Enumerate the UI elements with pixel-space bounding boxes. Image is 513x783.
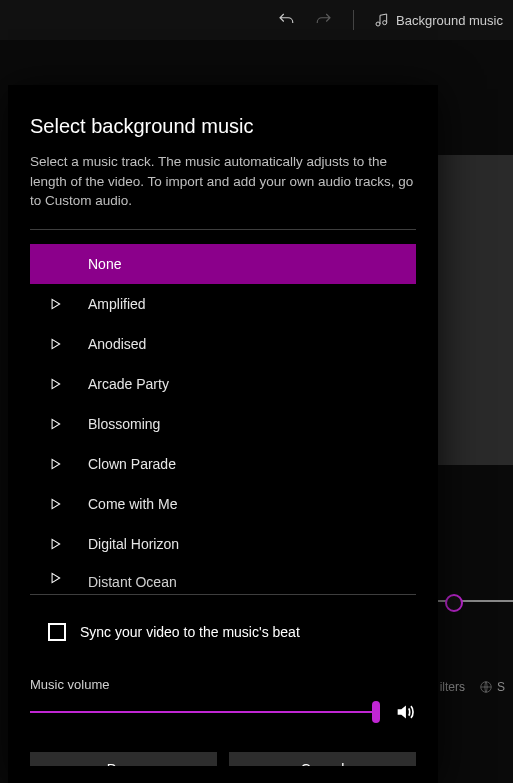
track-list[interactable]: NoneAmplifiedAnodisedArcade PartyBlossom… bbox=[30, 244, 416, 594]
sync-row[interactable]: Sync your video to the music's beat bbox=[48, 623, 416, 641]
filters-button-partial[interactable]: ilters bbox=[440, 680, 465, 694]
done-button[interactable]: Done bbox=[30, 752, 217, 766]
undo-icon bbox=[277, 11, 295, 29]
redo-icon bbox=[315, 11, 333, 29]
track-name: None bbox=[88, 256, 121, 272]
track-item[interactable]: Arcade Party bbox=[30, 364, 416, 404]
app-toolbar: Background music bbox=[0, 0, 513, 40]
play-icon[interactable] bbox=[46, 455, 64, 473]
track-name: Come with Me bbox=[88, 496, 177, 512]
track-item[interactable]: Clown Parade bbox=[30, 444, 416, 484]
sync-label: Sync your video to the music's beat bbox=[80, 624, 300, 640]
volume-slider[interactable] bbox=[30, 698, 376, 726]
slider-fill bbox=[30, 711, 376, 713]
volume-label: Music volume bbox=[30, 677, 416, 692]
play-icon[interactable] bbox=[46, 495, 64, 513]
background-music-button[interactable]: Background music bbox=[374, 12, 503, 28]
track-item[interactable]: Anodised bbox=[30, 324, 416, 364]
toolbar-separator bbox=[353, 10, 354, 30]
speaker-icon[interactable] bbox=[394, 701, 416, 723]
track-name: Distant Ocean bbox=[88, 574, 177, 590]
play-icon[interactable] bbox=[46, 335, 64, 353]
music-note-icon bbox=[374, 12, 390, 28]
track-item[interactable]: Blossoming bbox=[30, 404, 416, 444]
track-name: Digital Horizon bbox=[88, 536, 179, 552]
track-name: Amplified bbox=[88, 296, 146, 312]
background-music-label: Background music bbox=[396, 13, 503, 28]
track-name: Clown Parade bbox=[88, 456, 176, 472]
globe-icon bbox=[479, 680, 493, 694]
track-item[interactable]: None bbox=[30, 244, 416, 284]
storyboard-actions-partial: ilters S bbox=[440, 680, 505, 694]
track-item[interactable]: Come with Me bbox=[30, 484, 416, 524]
track-name: Arcade Party bbox=[88, 376, 169, 392]
track-item[interactable]: Amplified bbox=[30, 284, 416, 324]
dialog-description: Select a music track. The music automati… bbox=[30, 152, 416, 211]
track-name: Anodised bbox=[88, 336, 146, 352]
divider bbox=[30, 229, 416, 230]
dialog-title: Select background music bbox=[30, 115, 416, 138]
play-icon[interactable] bbox=[46, 295, 64, 313]
timeline-scrubber[interactable] bbox=[437, 600, 513, 602]
track-item[interactable]: Digital Horizon bbox=[30, 524, 416, 564]
slider-thumb[interactable] bbox=[372, 701, 380, 723]
divider bbox=[30, 594, 416, 595]
undo-button[interactable] bbox=[277, 11, 295, 29]
timeline-playhead[interactable] bbox=[445, 594, 463, 612]
background-music-dialog: Select background music Select a music t… bbox=[8, 85, 438, 783]
redo-button[interactable] bbox=[315, 11, 333, 29]
cancel-button[interactable]: Cancel bbox=[229, 752, 416, 766]
play-icon[interactable] bbox=[46, 535, 64, 553]
track-item[interactable]: Distant Ocean bbox=[30, 564, 416, 592]
more-button-partial[interactable]: S bbox=[479, 680, 505, 694]
storyboard-preview bbox=[437, 155, 513, 465]
play-icon[interactable] bbox=[46, 415, 64, 433]
play-icon[interactable] bbox=[46, 375, 64, 393]
sync-checkbox[interactable] bbox=[48, 623, 66, 641]
track-name: Blossoming bbox=[88, 416, 160, 432]
play-icon[interactable] bbox=[46, 569, 64, 587]
